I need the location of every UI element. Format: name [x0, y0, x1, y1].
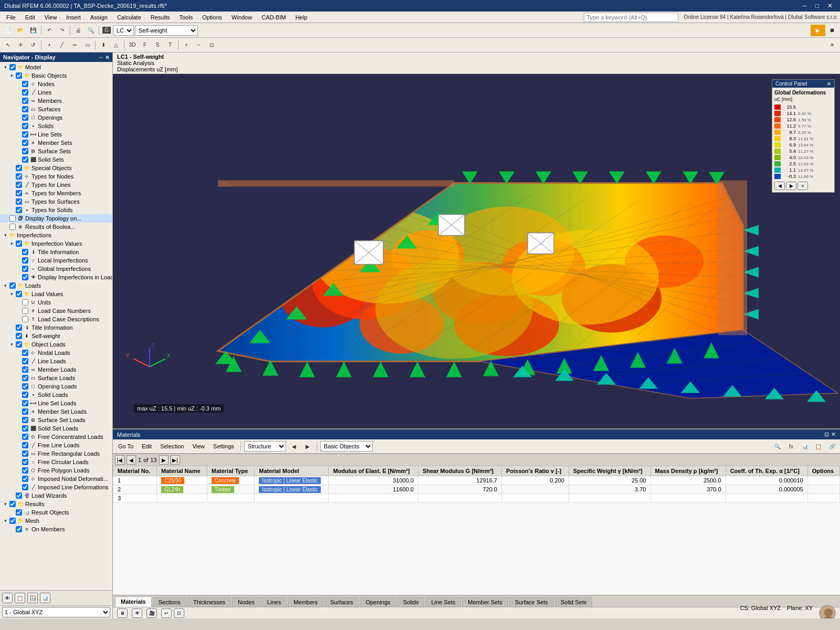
tab-nodes[interactable]: Nodes — [232, 597, 260, 607]
nav-project-btn[interactable]: 📋 — [15, 593, 25, 603]
free-poly-loads-checkbox[interactable] — [22, 467, 28, 474]
types-solids-checkbox[interactable] — [16, 207, 22, 213]
menu-insert[interactable]: Insert — [62, 13, 85, 22]
basic-objects-checkbox[interactable] — [16, 72, 22, 79]
zoom-out-btn[interactable]: − — [193, 39, 205, 51]
expand-member-sets-icon[interactable] — [15, 140, 21, 146]
nodes-checkbox[interactable] — [22, 81, 28, 87]
new-btn[interactable]: 📄 — [2, 25, 14, 36]
opening-loads-checkbox[interactable] — [22, 383, 28, 390]
expand-global-imperf-icon[interactable] — [15, 266, 21, 272]
tab-solids[interactable]: Solids — [397, 597, 425, 607]
cp-btn-1[interactable]: ◀ — [774, 182, 785, 190]
selection-btn[interactable]: Selection — [157, 442, 187, 450]
bottom-panel-close-btn[interactable]: ✕ — [831, 431, 836, 438]
line-loads-checkbox[interactable] — [22, 358, 28, 364]
nav-result-objects[interactable]: 📊 Result Objects — [0, 508, 112, 517]
nav-imposed-nodal[interactable]: ⊹ Imposed Nodal Deformati... — [0, 475, 112, 483]
view-btn[interactable]: View — [189, 442, 208, 450]
expand-units-icon[interactable] — [15, 299, 21, 306]
table-btn-3[interactable]: 📊 — [799, 440, 811, 452]
nav-surfaces[interactable]: ▭ Surfaces — [0, 105, 112, 113]
lc-desc-checkbox[interactable] — [22, 316, 28, 322]
line-btn[interactable]: ╱ — [56, 39, 68, 51]
nav-solid-set-loads[interactable]: ⬛ Solid Set Loads — [0, 424, 112, 433]
model-checkbox[interactable] — [9, 64, 16, 70]
nav-surface-set-loads[interactable]: ⊞ Surface Set Loads — [0, 416, 112, 424]
settings-btn[interactable]: Settings — [210, 442, 237, 450]
nav-types-surfaces[interactable]: ▭ Types for Surfaces — [0, 197, 112, 206]
imperf-values-checkbox[interactable] — [16, 240, 22, 247]
nav-line-set-loads[interactable]: ⟺ Line Set Loads — [0, 399, 112, 407]
expand-nodes-icon[interactable] — [15, 81, 21, 87]
tab-solid-sets[interactable]: Solid Sets — [555, 597, 593, 607]
object-loads-checkbox[interactable] — [16, 341, 22, 348]
display-imperf-checkbox[interactable] — [22, 274, 28, 280]
edit-btn[interactable]: Edit — [139, 442, 155, 450]
nav-member-set-loads[interactable]: ≡ Member Set Loads — [0, 407, 112, 416]
nav-nodes[interactable]: ⊹ Nodes — [0, 80, 112, 88]
nav-load-wizards[interactable]: 🔮 Load Wizards — [0, 491, 112, 500]
surface-loads-checkbox[interactable] — [22, 375, 28, 381]
nav-display-topology[interactable]: 🗐 Display Topology on... — [0, 214, 112, 223]
local-imperf-checkbox[interactable] — [22, 257, 28, 264]
nav-types-solids[interactable]: ▪ Types for Solids — [0, 206, 112, 214]
menu-window[interactable]: Window — [227, 13, 256, 22]
expand-basic-icon[interactable]: ▾ — [8, 72, 15, 79]
table-row[interactable]: 3 — [113, 494, 840, 503]
nav-line-sets[interactable]: ⟺ Line Sets — [0, 130, 112, 139]
menu-edit[interactable]: Edit — [21, 13, 39, 22]
nav-free-rect-loads[interactable]: ▭ Free Rectangular Loads — [0, 449, 112, 458]
window-controls[interactable]: ─ □ ✕ — [799, 2, 836, 9]
free-conc-loads-checkbox[interactable] — [22, 434, 28, 440]
expand-free-line-icon[interactable] — [15, 442, 21, 448]
nav-results[interactable]: ▾ 📁 Results — [0, 500, 112, 508]
table-btn-4[interactable]: 📋 — [813, 440, 824, 452]
results-checkbox[interactable] — [9, 501, 16, 507]
surface-set-loads-checkbox[interactable] — [22, 417, 28, 423]
line-sets-checkbox[interactable] — [22, 131, 28, 138]
expand-line-set-loads-icon[interactable] — [15, 400, 21, 406]
free-line-loads-checkbox[interactable] — [22, 442, 28, 448]
move-btn[interactable]: ✛ — [15, 39, 26, 51]
nav-types-lines[interactable]: ╱ Types for Lines — [0, 181, 112, 189]
title-info-loads-checkbox[interactable] — [16, 324, 22, 331]
select-btn[interactable]: ↖ — [2, 39, 14, 51]
global-xyz-select[interactable]: 1 - Global XYZ — [2, 607, 110, 617]
load-btn[interactable]: ⬇ — [98, 39, 109, 51]
menu-calculate[interactable]: Calculate — [113, 13, 145, 22]
cp-close-btn[interactable]: ✕ — [827, 81, 831, 87]
maximize-btn[interactable]: □ — [812, 2, 822, 9]
nav-types-nodes[interactable]: ⊹ Types for Nodes — [0, 172, 112, 181]
nav-members[interactable]: ═ Members — [0, 97, 112, 105]
first-page-btn[interactable]: |◀ — [115, 455, 124, 465]
member-btn[interactable]: ═ — [69, 39, 80, 51]
prev-page-btn[interactable]: ◀ — [127, 455, 136, 465]
special-objects-checkbox[interactable] — [16, 165, 22, 171]
imposed-nodal-checkbox[interactable] — [22, 476, 28, 482]
solid-set-loads-checkbox[interactable] — [22, 425, 28, 432]
expand-surfaces-icon[interactable] — [15, 106, 21, 112]
run-btn[interactable]: ▶ — [811, 25, 825, 36]
node-btn[interactable]: • — [44, 39, 55, 51]
nav-close-btn[interactable]: ✕ — [105, 55, 109, 60]
members-checkbox[interactable] — [22, 98, 28, 104]
lc-name-select[interactable]: Self-weight — [135, 25, 198, 36]
expand-special-icon[interactable] — [8, 165, 15, 171]
expand-load-wiz-icon[interactable] — [8, 492, 15, 499]
nav-fwd-btn[interactable]: ▶ — [302, 440, 313, 452]
expand-openings-icon[interactable] — [15, 114, 21, 121]
goto-btn[interactable]: Go To — [115, 442, 136, 450]
nav-openings[interactable]: □ Openings — [0, 113, 112, 122]
menu-file[interactable]: File — [2, 13, 20, 22]
redo-btn[interactable]: ↷ — [56, 25, 68, 36]
nav-surface-sets[interactable]: ⊞ Surface Sets — [0, 147, 112, 155]
tab-surfaces[interactable]: Surfaces — [324, 597, 359, 607]
table-btn-5[interactable]: 🔗 — [826, 440, 838, 452]
stop-btn[interactable]: ⏹ — [826, 25, 838, 36]
support-btn[interactable]: △ — [110, 39, 122, 51]
topology-checkbox[interactable] — [9, 215, 16, 222]
expand-imposed-line-icon[interactable] — [15, 484, 21, 490]
nav-lines[interactable]: ╱ Lines — [0, 88, 112, 97]
expand-lines-icon[interactable] — [15, 89, 21, 96]
